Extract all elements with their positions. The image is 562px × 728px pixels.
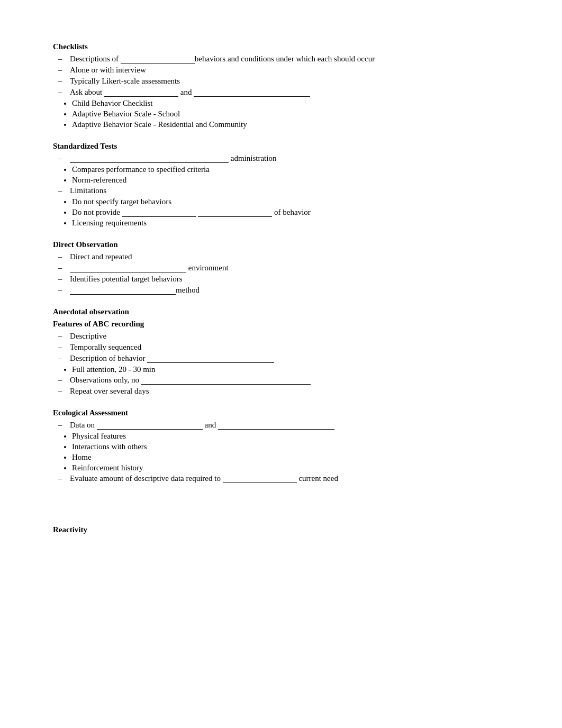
repeat-text: Repeat over several days — [70, 387, 149, 395]
anecdotal-dash-1: – Descriptive — [53, 332, 509, 341]
ecological-bullets: Physical features Interactions with othe… — [53, 432, 509, 472]
blank-method — [70, 287, 176, 295]
direct-content-1: Direct and repeated — [70, 252, 509, 261]
std-dash-limitations: – Limitations — [53, 186, 509, 195]
ecological-dash-sym-1: – — [58, 421, 70, 430]
dash-symbol-4: – — [58, 88, 70, 97]
std-dash-sym-lim: – — [58, 186, 70, 195]
direct-dash-3: – Identifies potential target behaviors — [53, 275, 509, 284]
bullet-reinforcement: Reinforcement history — [72, 463, 509, 472]
blank-desc-behavior — [147, 356, 274, 363]
std-dash-sym-1: – — [58, 154, 70, 163]
ecological-content-1: Data on and — [70, 421, 509, 430]
anecdotal-dash-2: – Temporally sequenced — [53, 343, 509, 352]
direct-dash-sym-1: – — [58, 252, 70, 261]
direct-dash-sym-2: – — [58, 263, 70, 272]
direct-dash-sym-3: – — [58, 275, 70, 284]
dash-content-3: Typically Likert-scale assessments — [70, 77, 509, 86]
alone-text: Alone or with interview — [70, 66, 146, 74]
ecological-section: Ecological Assessment – Data on and Phys… — [53, 408, 509, 483]
ask-about-text: Ask about — [70, 88, 104, 96]
direct-observation-section: Direct Observation – Direct and repeated… — [53, 240, 509, 295]
text-before: Descriptions of — [70, 54, 121, 63]
temporally-text: Temporally sequenced — [70, 343, 141, 351]
and-text: and — [178, 88, 194, 96]
anecdotal-dash-sym-4: – — [58, 376, 70, 385]
dash-symbol: – — [58, 54, 70, 63]
administration-text: administration — [229, 154, 276, 162]
and-text-eco: and — [203, 421, 218, 429]
anecdotal-dash-3: – Description of behavior — [53, 354, 509, 363]
blank-2 — [104, 89, 178, 97]
observations-text: Observations only, no — [70, 376, 141, 384]
standardized-tests-section: Standardized Tests – administration Comp… — [53, 142, 509, 228]
checklists-bullets: Child Behavior Checklist Adaptive Behavi… — [53, 99, 509, 129]
anecdotal-bullets: Full attention, 20 - 30 min — [53, 365, 509, 374]
reactivity-title: Reactivity — [53, 525, 509, 534]
checklist-dash-4: – Ask about and — [53, 88, 509, 97]
text-after: behaviors and conditions under which eac… — [195, 54, 375, 63]
method-text: method — [176, 286, 200, 294]
anecdotal-content-5: Repeat over several days — [70, 387, 509, 396]
dash-symbol-3: – — [58, 77, 70, 86]
blank-data-on-2 — [218, 422, 334, 430]
blank-environment — [70, 265, 186, 272]
bullet-no-specify: Do not specify target behaviors — [72, 197, 509, 206]
ecological-dash-1: – Data on and — [53, 421, 509, 430]
ecological-content-2: Evaluate amount of descriptive data requ… — [70, 474, 509, 483]
dash-content-4: Ask about and — [70, 88, 509, 97]
direct-dash-sym-4: – — [58, 286, 70, 295]
dash-content-2: Alone or with interview — [70, 66, 509, 75]
blank-evaluate — [223, 476, 297, 483]
blank-provide-2 — [198, 210, 272, 217]
reactivity-section: Reactivity — [53, 525, 509, 534]
direct-dash-1: – Direct and repeated — [53, 252, 509, 261]
checklist-dash-2: – Alone or with interview — [53, 66, 509, 75]
desc-behavior-text: Description of behavior — [70, 354, 147, 362]
current-need-text: current need — [297, 474, 338, 483]
bullet-home: Home — [72, 453, 509, 462]
std-bullets-1: Compares performance to specified criter… — [53, 165, 509, 185]
bullet-no-provide: Do not provide of behavior — [72, 208, 509, 217]
dash-content-1: Descriptions of behaviors and conditions… — [70, 54, 509, 63]
anecdotal-title: Anecdotal observation — [53, 307, 509, 316]
anecdotal-content-2: Temporally sequenced — [70, 343, 509, 352]
bullet-abs-school: Adaptive Behavior Scale - School — [72, 110, 509, 119]
blank-data-on — [97, 422, 203, 430]
anecdotal-content-4: Observations only, no — [70, 376, 509, 385]
bullet-abs-residential: Adaptive Behavior Scale - Residential an… — [72, 120, 509, 129]
direct-content-2: environment — [70, 263, 509, 272]
standardized-tests-title: Standardized Tests — [53, 142, 509, 151]
anecdotal-content-3: Description of behavior — [70, 354, 509, 363]
ecological-dash-2: – Evaluate amount of descriptive data re… — [53, 474, 509, 483]
descriptive-text: Descriptive — [70, 332, 106, 340]
bullet-full-attention: Full attention, 20 - 30 min — [72, 365, 509, 374]
anecdotal-dash-5: – Repeat over several days — [53, 387, 509, 396]
anecdotal-section: Anecdotal observation Features of ABC re… — [53, 307, 509, 396]
blank-observations — [141, 377, 311, 385]
features-abc-title: Features of ABC recording — [53, 320, 509, 329]
std-dash-1: – administration — [53, 154, 509, 163]
blank-1 — [121, 56, 195, 63]
direct-observation-title: Direct Observation — [53, 240, 509, 249]
std-limitations-label: Limitations — [70, 186, 509, 195]
likert-text: Typically Likert-scale assessments — [70, 77, 180, 85]
direct-content-3: Identifies potential target behaviors — [70, 275, 509, 284]
bullet-cbc: Child Behavior Checklist — [72, 99, 509, 108]
anecdotal-content-1: Descriptive — [70, 332, 509, 341]
checklist-dash-1: – Descriptions of behaviors and conditio… — [53, 54, 509, 63]
bullet-licensing: Licensing requirements — [72, 219, 509, 228]
anecdotal-dash-sym-3: – — [58, 354, 70, 363]
std-dash-content-1: administration — [70, 154, 509, 163]
limitations-text: Limitations — [70, 186, 106, 195]
anecdotal-dash-sym-2: – — [58, 343, 70, 352]
bullet-physical: Physical features — [72, 432, 509, 441]
std-bullets-2: Do not specify target behaviors Do not p… — [53, 197, 509, 228]
data-on-text: Data on — [70, 421, 97, 429]
direct-content-4: method — [70, 286, 509, 295]
dash-symbol-2: – — [58, 66, 70, 75]
anecdotal-dash-sym-5: – — [58, 387, 70, 396]
bullet-norm: Norm-referenced — [72, 176, 509, 185]
checklists-section: Checklists – Descriptions of behaviors a… — [53, 42, 509, 129]
environment-text: environment — [186, 263, 229, 272]
